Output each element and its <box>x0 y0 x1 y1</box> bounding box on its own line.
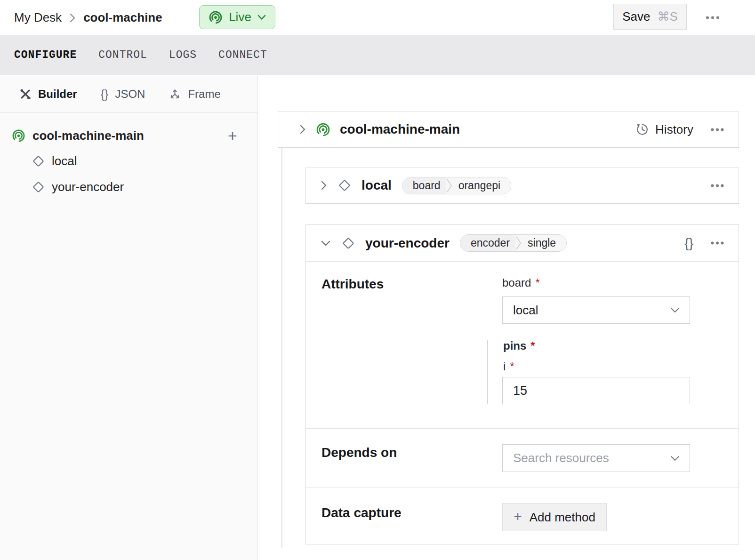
chevron-right-icon <box>299 124 306 135</box>
ellipsis-icon <box>710 184 724 188</box>
history-clock-icon <box>635 122 649 136</box>
viam-logo-icon <box>209 10 223 24</box>
save-button-label: Save <box>622 9 650 24</box>
ellipsis-icon <box>710 128 724 132</box>
section-divider <box>306 487 739 488</box>
encoder-card-header: your-encoder encoder single {} <box>306 225 739 262</box>
machine-card-menu-button[interactable] <box>709 125 725 135</box>
badge-separator-icon <box>446 177 454 194</box>
mode-json-label: JSON <box>115 88 145 101</box>
expand-machine-button[interactable] <box>299 124 306 135</box>
i-label-text: i <box>503 360 506 373</box>
tools-icon <box>19 88 32 101</box>
viam-logo-icon <box>316 122 330 137</box>
local-board-card: local board orangepi <box>305 168 739 204</box>
component-diamond-icon <box>342 237 355 250</box>
board-select[interactable]: local <box>502 296 690 324</box>
save-shortcut-hint: ⌘S <box>657 9 677 24</box>
badge-separator-icon <box>515 235 523 251</box>
expand-local-button[interactable] <box>320 180 328 191</box>
breadcrumb: My Desk cool-machine <box>14 0 162 35</box>
tab-logs[interactable]: LOGS <box>169 49 197 61</box>
tree-item-label: cool-machine-main <box>32 128 144 143</box>
pins-group-indent-line <box>487 340 488 404</box>
section-divider <box>306 428 739 429</box>
i-field-label: i * <box>503 360 514 373</box>
pins-field-label: pins * <box>503 339 535 352</box>
mode-json[interactable]: {} JSON <box>101 88 145 101</box>
required-marker: * <box>510 360 514 373</box>
badge-type: board <box>402 177 446 194</box>
badge-model: orangepi <box>454 177 511 194</box>
tab-control[interactable]: CONTROL <box>98 49 147 61</box>
breadcrumb-separator-icon <box>69 13 76 23</box>
top-bar: My Desk cool-machine Live Save ⌘S <box>0 0 755 35</box>
breadcrumb-current: cool-machine <box>83 10 162 25</box>
config-sidebar: Builder {} JSON Frame cool-machine-main … <box>0 76 258 560</box>
depends-on-heading: Depends on <box>321 445 397 460</box>
curly-braces-icon: {} <box>101 88 109 101</box>
chevron-down-icon <box>670 455 680 462</box>
add-method-button[interactable]: + Add method <box>502 503 607 531</box>
page-tab-bar: CONFIGURE CONTROL LOGS CONNECT <box>0 35 755 75</box>
history-button-label: History <box>655 122 693 137</box>
tree-item-your-encoder[interactable]: your-encoder <box>32 174 124 200</box>
required-marker: * <box>535 276 539 289</box>
chevron-down-icon <box>257 15 266 20</box>
tree-item-local[interactable]: local <box>32 148 77 174</box>
local-card-menu-button[interactable] <box>709 181 725 191</box>
encoder-card-menu-button[interactable] <box>709 238 725 248</box>
tree-item-machine-root[interactable]: cool-machine-main <box>12 123 144 148</box>
ellipsis-icon <box>705 16 720 20</box>
chevron-down-icon <box>670 307 680 313</box>
tab-configure[interactable]: CONFIGURE <box>14 49 77 61</box>
collapse-encoder-button[interactable] <box>320 240 331 247</box>
tree-connector-line <box>281 148 282 548</box>
topbar-overflow-menu-button[interactable] <box>702 10 723 24</box>
plus-icon: + <box>514 509 522 525</box>
add-component-button[interactable]: + <box>223 124 242 147</box>
live-status-dropdown[interactable]: Live <box>199 5 275 29</box>
raw-json-toggle-button[interactable]: {} <box>684 236 693 251</box>
attributes-heading: Attributes <box>321 277 384 292</box>
encoder-type-badge: encoder single <box>460 234 567 252</box>
board-field-label: board * <box>502 276 540 289</box>
board-label-text: board <box>502 276 531 289</box>
component-diamond-icon <box>32 155 45 168</box>
required-marker: * <box>530 339 535 352</box>
tab-connect[interactable]: CONNECT <box>218 49 267 61</box>
mode-frame[interactable]: Frame <box>169 88 220 101</box>
mode-builder[interactable]: Builder <box>19 88 77 101</box>
encoder-card: your-encoder encoder single {} Attribute… <box>305 224 739 544</box>
data-capture-heading: Data capture <box>321 505 402 520</box>
depends-on-select[interactable]: Search resources <box>502 444 690 472</box>
component-diamond-icon <box>338 179 351 192</box>
i-pin-input[interactable] <box>502 377 690 404</box>
local-card-title: local <box>361 178 392 193</box>
chevron-down-icon <box>320 240 331 247</box>
save-button[interactable]: Save ⌘S <box>613 4 687 30</box>
mode-builder-label: Builder <box>38 88 77 101</box>
depends-on-placeholder: Search resources <box>513 451 609 465</box>
badge-model: single <box>523 235 566 251</box>
local-type-badge: board orangepi <box>402 177 511 194</box>
add-method-label: Add method <box>530 510 595 525</box>
history-button[interactable]: History <box>635 122 693 137</box>
curly-braces-icon: {} <box>684 236 693 250</box>
component-diamond-icon <box>32 181 45 193</box>
machine-card-title: cool-machine-main <box>340 122 460 137</box>
mode-frame-label: Frame <box>188 88 220 101</box>
badge-type: encoder <box>460 235 515 251</box>
tree-item-label: local <box>52 154 77 168</box>
machine-card: cool-machine-main History <box>278 112 739 148</box>
tree-item-label: your-encoder <box>52 180 124 194</box>
encoder-card-title: your-encoder <box>365 236 450 251</box>
live-status-label: Live <box>229 10 251 24</box>
pins-label-text: pins <box>503 339 526 352</box>
chevron-right-icon <box>320 180 328 191</box>
board-select-value: local <box>513 303 538 318</box>
frame-axes-icon <box>169 88 181 101</box>
sidebar-mode-switcher: Builder {} JSON Frame <box>0 76 257 113</box>
breadcrumb-root-link[interactable]: My Desk <box>14 10 62 25</box>
ellipsis-icon <box>710 241 724 245</box>
